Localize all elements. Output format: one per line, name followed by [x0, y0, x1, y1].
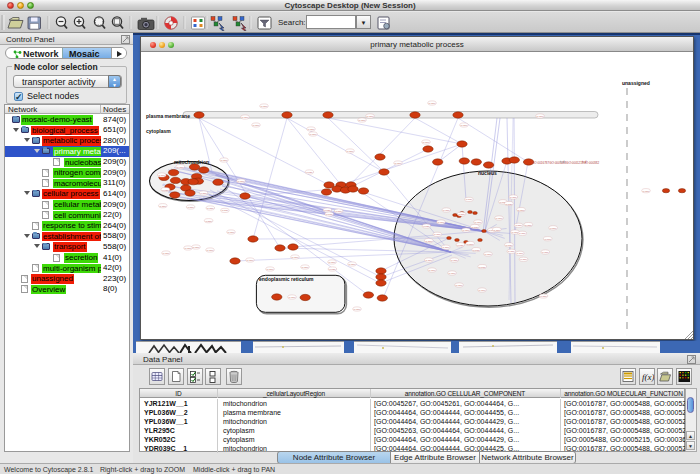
svg-text:mitochondrion: mitochondrion — [174, 159, 209, 165]
svg-text:nucleus: nucleus — [478, 170, 497, 176]
svg-text:tr-d: tr-d — [582, 160, 587, 164]
svg-text:endoplasmic reticulum: endoplasmic reticulum — [259, 276, 314, 282]
svg-text:cytoplasm: cytoplasm — [146, 128, 171, 134]
svg-text:tr-d: tr-d — [560, 160, 565, 164]
svg-text:f(x): f(x) — [642, 372, 654, 382]
svg-text:unassigned: unassigned — [622, 80, 650, 86]
svg-text:plasma membrane: plasma membrane — [146, 113, 190, 119]
svg-text:GO:0016787GO:0005488GO:0005215: GO:0016787GO:0005488GO:0005215GO:000382 — [532, 161, 599, 165]
